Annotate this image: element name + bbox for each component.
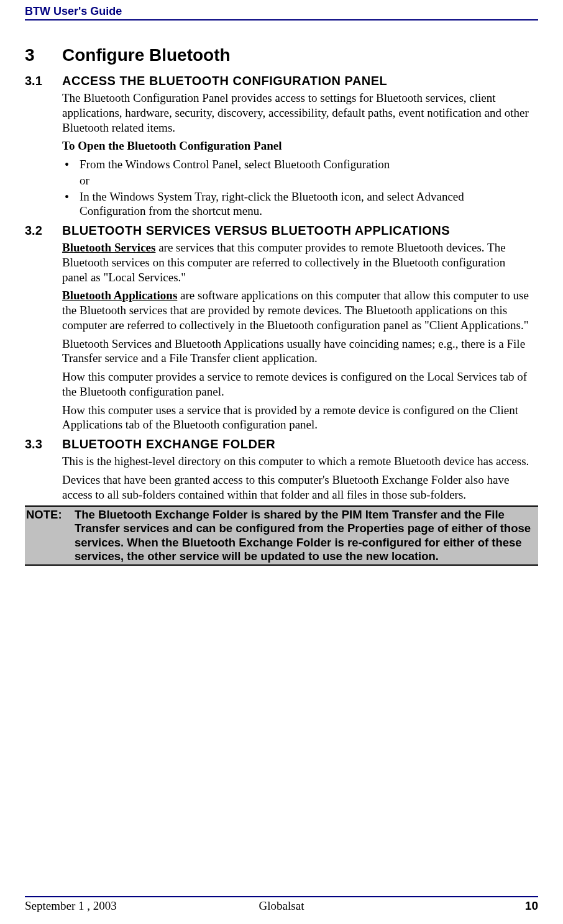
section-title: ACCESS THE BLUETOOTH CONFIGURATION PANEL: [62, 74, 387, 88]
paragraph: This is the highest-level directory on t…: [62, 454, 532, 469]
paragraph: Bluetooth Services and Bluetooth Applica…: [62, 337, 532, 366]
list-item: From the Windows Control Panel, select B…: [80, 157, 532, 172]
footer-company: Globalsat: [259, 899, 304, 913]
paragraph: Bluetooth Services are services that thi…: [62, 240, 532, 284]
section-3-1-row: 3.1 ACCESS THE BLUETOOTH CONFIGURATION P…: [25, 74, 538, 88]
section-3-2-body: Bluetooth Services are services that thi…: [62, 240, 532, 432]
section-number: 3.3: [25, 437, 62, 451]
paragraph: Devices that have been granted access to…: [62, 473, 532, 502]
note-box: NOTE: The Bluetooth Exchange Folder is s…: [25, 505, 538, 566]
term-bluetooth-applications: Bluetooth Applications: [62, 289, 177, 302]
chapter-title: Configure Bluetooth: [62, 45, 231, 65]
section-3-3-body: This is the highest-level directory on t…: [62, 454, 532, 502]
note-label: NOTE:: [26, 508, 75, 563]
section-3-1-body: The Bluetooth Configuration Panel provid…: [62, 91, 532, 219]
section-3-3-row: 3.3 BLUETOOTH EXCHANGE FOLDER: [25, 437, 538, 451]
section-3-2-row: 3.2 BLUETOOTH SERVICES VERSUS BLUETOOTH …: [25, 224, 538, 238]
header-title: BTW User's Guide: [25, 5, 538, 18]
section-number: 3.2: [25, 224, 62, 238]
open-panel-label: To Open the Bluetooth Configuration Pane…: [62, 138, 532, 153]
paragraph: How this computer provides a service to …: [62, 369, 532, 399]
bullet-list: From the Windows Control Panel, select B…: [80, 157, 532, 219]
section-number: 3.1: [25, 74, 62, 88]
paragraph: How this computer uses a service that is…: [62, 403, 532, 433]
content: 3Configure Bluetooth 3.1 ACCESS THE BLUE…: [25, 20, 538, 566]
term-bluetooth-services: Bluetooth Services: [62, 241, 155, 254]
note-text: The Bluetooth Exchange Folder is shared …: [75, 508, 537, 563]
footer-page-number: 10: [525, 899, 538, 913]
paragraph: Bluetooth Applications are software appl…: [62, 288, 532, 332]
page-footer: September 1 , 2003 Globalsat 10: [25, 896, 538, 913]
footer-date: September 1 , 2003: [25, 899, 117, 913]
section-title: BLUETOOTH SERVICES VERSUS BLUETOOTH APPL…: [62, 224, 450, 238]
paragraph: The Bluetooth Configuration Panel provid…: [62, 91, 532, 135]
page-header: BTW User's Guide: [25, 0, 538, 20]
or-text: or: [80, 173, 532, 188]
chapter-heading: 3Configure Bluetooth: [25, 45, 538, 65]
section-title: BLUETOOTH EXCHANGE FOLDER: [62, 437, 275, 451]
list-item: In the Windows System Tray, right-click …: [80, 189, 532, 219]
chapter-number: 3: [25, 45, 62, 65]
